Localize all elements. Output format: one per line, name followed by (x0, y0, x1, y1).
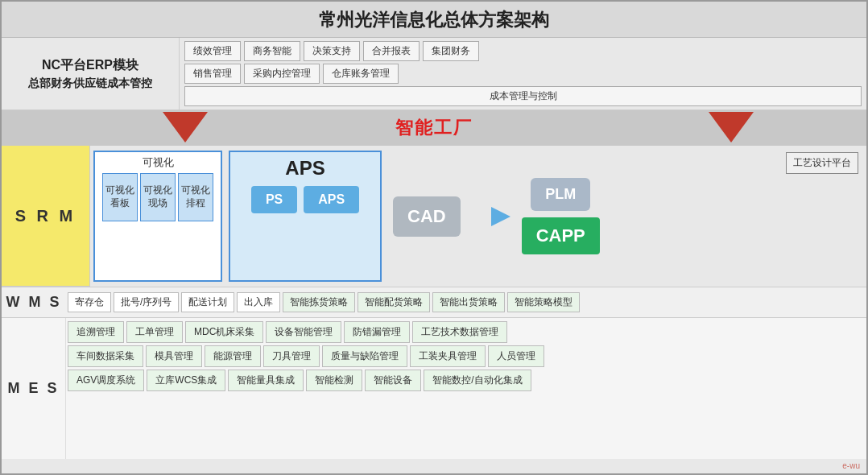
right-modules: 绩效管理 商务智能 决策支持 合并报表 集团财务 销售管理 采购内控管理 仓库账… (179, 38, 866, 109)
watermark: e-wu (842, 461, 860, 470)
module-box: 成本管理与控制 (184, 86, 862, 106)
wms-item-4: 智能拣货策略 (283, 292, 355, 312)
plm-group: PLM CAPP (522, 178, 600, 254)
srm-block: S R M (2, 146, 90, 287)
plm-box: PLM (531, 178, 590, 211)
module-box: 销售管理 (184, 64, 241, 84)
module-box: 商务智能 (244, 41, 300, 61)
wms-items: 寄存仓 批号/序列号 配送计划 出入库 智能拣货策略 智能配货策略 智能出货策略… (66, 291, 866, 314)
mes-item: 防错漏管理 (344, 321, 410, 343)
mes-item: 模具管理 (146, 345, 202, 367)
mes-item: 工单管理 (126, 321, 183, 343)
viz-item-2: 可视化排程 (178, 173, 213, 221)
mes-row-1: 车间数据采集 模具管理 能源管理 刀具管理 质量与缺陷管理 工装夹具管理 人员管… (68, 345, 865, 367)
ps-button[interactable]: PS (251, 186, 297, 213)
mes-item: AGV调度系统 (68, 370, 144, 391)
aps-title: APS (285, 157, 324, 180)
module-box: 合并报表 (363, 41, 420, 61)
viz-items: 可视化看板 可视化现场 可视化排程 (102, 173, 213, 221)
wms-item-5: 智能配货策略 (358, 292, 430, 312)
wms-item-6: 智能出货策略 (432, 292, 505, 312)
mes-item: 人员管理 (488, 345, 544, 367)
arrow-left (163, 112, 208, 142)
viz-block: 可视化 可视化看板 可视化现场 可视化排程 (93, 151, 222, 282)
viz-title: 可视化 (143, 155, 174, 170)
row1: NC平台ERP模块 总部财务供应链成本管控 绩效管理 商务智能 决策支持 合并报… (2, 38, 866, 110)
main-area: S R M 可视化 可视化看板 可视化现场 可视化排程 APS PS APS 工… (2, 146, 866, 287)
mes-label: M E S (2, 318, 66, 459)
mes-row-0: 追溯管理 工单管理 MDC机床采集 设备智能管理 防错漏管理 工艺技术数据管理 (68, 321, 865, 343)
viz-item-1: 可视化现场 (140, 173, 176, 221)
wms-item-7: 智能策略模型 (507, 292, 580, 312)
footer: e-wu (2, 459, 866, 473)
module-box: 集团财务 (423, 41, 479, 61)
mes-item: 刀具管理 (263, 345, 320, 367)
capp-box: CAPP (522, 217, 600, 254)
aps-block: APS PS APS (229, 151, 382, 282)
mes-grid: 追溯管理 工单管理 MDC机床采集 设备智能管理 防错漏管理 工艺技术数据管理 … (66, 318, 866, 459)
viz-item-0: 可视化看板 (102, 173, 138, 221)
aps-buttons: PS APS (251, 186, 359, 213)
cad-to-plm-arrow (491, 207, 510, 226)
module-box: 决策支持 (304, 41, 360, 61)
mes-item: 追溯管理 (68, 321, 124, 343)
mes-item: 工艺技术数据管理 (412, 321, 507, 343)
nc-line1: NC平台ERP模块 (42, 56, 138, 75)
mes-item: 车间数据采集 (68, 345, 143, 367)
cad-plm-block: 工艺设计平台 CAD PLM CAPP (385, 146, 866, 287)
nc-line2: 总部财务供应链成本管控 (28, 75, 152, 92)
wms-item-2: 配送计划 (181, 292, 234, 312)
wms-item-1: 批号/序列号 (114, 292, 179, 312)
cad-box: CAD (393, 196, 461, 237)
mes-item: 质量与缺陷管理 (322, 345, 407, 367)
mes-row-2: AGV调度系统 立库WCS集成 智能量具集成 智能检测 智能设备 智能数控/自动… (68, 370, 865, 391)
module-row-3: 成本管理与控制 (184, 86, 862, 106)
wms-row: W M S 寄存仓 批号/序列号 配送计划 出入库 智能拣货策略 智能配货策略 … (2, 287, 866, 318)
mes-item: 设备智能管理 (266, 321, 341, 343)
design-platform: 工艺设计平台 (786, 152, 858, 174)
mes-item: 智能检测 (306, 370, 362, 391)
mes-section: M E S 追溯管理 工单管理 MDC机床采集 设备智能管理 防错漏管理 工艺技… (2, 318, 866, 459)
nc-block: NC平台ERP模块 总部财务供应链成本管控 (2, 38, 179, 109)
wms-item-0: 寄存仓 (68, 292, 111, 312)
smart-factory-label: 智能工厂 (395, 116, 473, 140)
page-title: 常州光洋信息化总体方案架构 (2, 2, 866, 38)
main-container: 常州光洋信息化总体方案架构 NC平台ERP模块 总部财务供应链成本管控 绩效管理… (0, 0, 868, 475)
module-row-1: 绩效管理 商务智能 决策支持 合并报表 集团财务 (184, 41, 862, 61)
mes-item: 智能数控/自动化集成 (424, 370, 531, 391)
module-box: 仓库账务管理 (323, 64, 399, 84)
module-box: 采购内控管理 (244, 64, 320, 84)
mes-item: 立库WCS集成 (147, 370, 225, 391)
aps-button[interactable]: APS (304, 186, 359, 213)
mes-item: 工装夹具管理 (410, 345, 486, 367)
mes-item: 能源管理 (205, 345, 261, 367)
plm-capp-container: CAD PLM CAPP (393, 178, 600, 254)
module-box: 绩效管理 (184, 41, 241, 61)
mes-item: MDC机床采集 (185, 321, 263, 343)
mes-item: 智能量具集成 (228, 370, 304, 391)
wms-item-3: 出入库 (237, 292, 280, 312)
smart-factory-row: 智能工厂 (2, 110, 866, 146)
arrow-right (709, 112, 754, 142)
mes-item: 智能设备 (365, 370, 421, 391)
wms-label: W M S (2, 294, 66, 311)
module-row-2: 销售管理 采购内控管理 仓库账务管理 (184, 64, 862, 84)
